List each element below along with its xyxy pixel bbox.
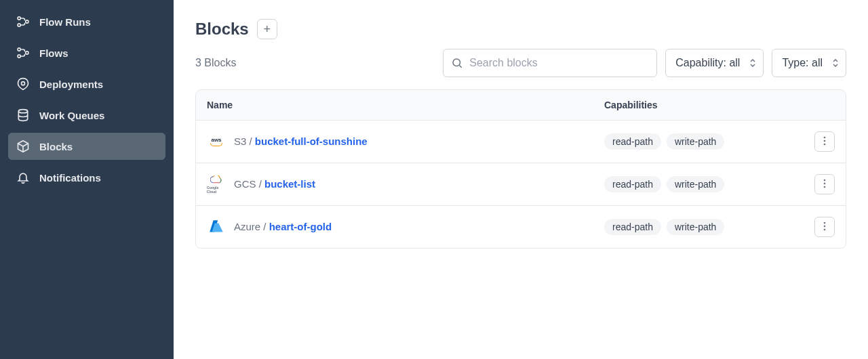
capability-pill: write-path	[667, 219, 724, 235]
svg-point-6	[22, 82, 25, 85]
svg-point-11	[824, 143, 826, 145]
type-filter-label: Type: all	[782, 57, 823, 69]
work-queues-icon	[16, 108, 30, 122]
nav-item-flows[interactable]: Flows	[8, 39, 165, 66]
nav-label: Flow Runs	[39, 16, 91, 28]
row-actions-button[interactable]	[814, 217, 835, 237]
nav-label: Work Queues	[39, 110, 104, 121]
nav-label: Flows	[39, 47, 68, 59]
svg-point-13	[824, 182, 826, 184]
block-count: 3 Blocks	[195, 57, 435, 69]
svg-point-12	[824, 179, 826, 181]
nav-item-flow-runs[interactable]: Flow Runs	[8, 8, 165, 35]
capability-pill: write-path	[667, 176, 724, 192]
kebab-icon	[823, 136, 826, 148]
deployments-icon	[16, 77, 30, 91]
page-header: Blocks +	[195, 19, 846, 39]
svg-point-9	[824, 136, 826, 138]
cell-name: Google Cloud GCS / bucket-list	[207, 175, 604, 194]
chevron-updown-icon	[832, 58, 839, 68]
table-row: Google Cloud GCS / bucket-list read-path…	[196, 163, 846, 206]
svg-point-15	[824, 221, 826, 224]
type-filter[interactable]: Type: all	[772, 49, 846, 77]
table-row: Azure / heart-of-gold read-path write-pa…	[196, 206, 846, 248]
svg-point-4	[18, 55, 20, 58]
search-wrapper	[443, 49, 657, 77]
kebab-icon	[823, 179, 826, 190]
block-link[interactable]: bucket-list	[264, 178, 315, 190]
nav-label: Notifications	[39, 172, 101, 184]
row-actions-button[interactable]	[814, 131, 835, 152]
nav-label: Deployments	[39, 79, 103, 90]
flows-icon	[16, 46, 30, 60]
chevron-updown-icon	[749, 58, 756, 68]
azure-icon	[207, 217, 226, 236]
nav-item-deployments[interactable]: Deployments	[8, 70, 165, 98]
cell-capabilities: read-path write-path	[604, 219, 808, 235]
nav-item-blocks[interactable]: Blocks	[8, 133, 165, 160]
capability-pill: read-path	[604, 219, 661, 235]
capability-filter[interactable]: Capability: all	[665, 49, 764, 77]
svg-point-10	[824, 140, 826, 142]
add-block-button[interactable]: +	[257, 19, 277, 39]
cell-capabilities: read-path write-path	[604, 133, 808, 150]
nav-item-work-queues[interactable]: Work Queues	[8, 102, 165, 129]
page-title: Blocks	[195, 20, 249, 39]
flow-runs-icon	[16, 15, 30, 28]
nav-item-notifications[interactable]: Notifications	[8, 164, 165, 191]
table-header: Name Capabilities	[196, 90, 846, 121]
svg-point-0	[18, 17, 20, 20]
svg-point-16	[824, 225, 826, 227]
gcs-icon: Google Cloud	[207, 175, 226, 194]
block-prefix: GCS /	[234, 178, 264, 190]
cell-name: aws S3 / bucket-full-of-sunshine	[207, 132, 604, 151]
toolbar: 3 Blocks Capability: all Type: all	[195, 49, 846, 77]
svg-point-17	[824, 228, 826, 230]
kebab-icon	[823, 221, 826, 233]
svg-point-1	[18, 24, 20, 26]
capability-pill: write-path	[667, 133, 724, 150]
main-content: Blocks + 3 Blocks Capability: all Type:	[174, 0, 868, 359]
capability-pill: read-path	[604, 133, 661, 150]
svg-point-3	[18, 48, 20, 51]
svg-point-2	[26, 20, 28, 23]
aws-icon: aws	[207, 132, 226, 151]
blocks-table: Name Capabilities aws S3 / bucket-full-o…	[195, 89, 846, 249]
block-link[interactable]: bucket-full-of-sunshine	[255, 135, 368, 147]
block-link[interactable]: heart-of-gold	[269, 221, 332, 232]
cell-capabilities: read-path write-path	[604, 176, 808, 192]
block-prefix: Azure /	[234, 221, 269, 232]
notifications-icon	[16, 171, 30, 184]
sidebar: Flow Runs Flows Deployments Work	[0, 0, 174, 359]
column-name: Name	[207, 100, 604, 110]
svg-point-5	[26, 51, 28, 54]
svg-point-8	[453, 59, 460, 66]
svg-point-14	[824, 186, 826, 188]
cell-name: Azure / heart-of-gold	[207, 217, 604, 236]
column-capabilities: Capabilities	[604, 100, 808, 110]
svg-point-7	[18, 110, 27, 113]
plus-icon: +	[263, 23, 271, 35]
table-row: aws S3 / bucket-full-of-sunshine read-pa…	[196, 121, 846, 163]
capability-filter-label: Capability: all	[675, 57, 740, 69]
blocks-icon	[16, 140, 30, 153]
block-prefix: S3 /	[234, 135, 255, 147]
capability-pill: read-path	[604, 176, 661, 192]
nav-label: Blocks	[39, 141, 73, 152]
row-actions-button[interactable]	[814, 174, 835, 194]
search-input[interactable]	[443, 49, 657, 77]
search-icon	[451, 57, 463, 69]
